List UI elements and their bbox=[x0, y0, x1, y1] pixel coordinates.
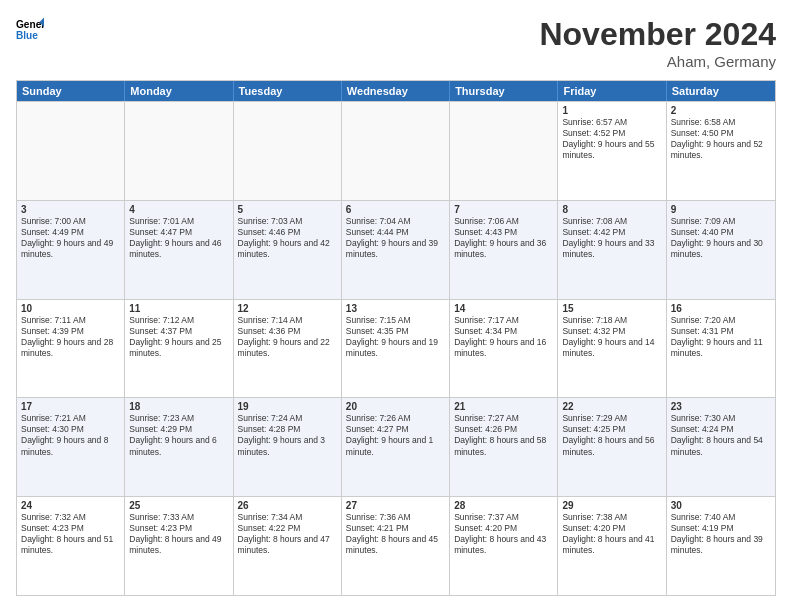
day-info: Sunrise: 7:09 AM Sunset: 4:40 PM Dayligh… bbox=[671, 216, 771, 260]
day-cell-12: 12Sunrise: 7:14 AM Sunset: 4:36 PM Dayli… bbox=[234, 300, 342, 398]
logo: General Blue bbox=[16, 16, 44, 44]
day-info: Sunrise: 7:12 AM Sunset: 4:37 PM Dayligh… bbox=[129, 315, 228, 359]
day-info: Sunrise: 7:18 AM Sunset: 4:32 PM Dayligh… bbox=[562, 315, 661, 359]
day-number: 11 bbox=[129, 303, 228, 314]
logo-icon: General Blue bbox=[16, 16, 44, 44]
calendar-header: SundayMondayTuesdayWednesdayThursdayFrid… bbox=[17, 81, 775, 101]
day-info: Sunrise: 6:57 AM Sunset: 4:52 PM Dayligh… bbox=[562, 117, 661, 161]
day-info: Sunrise: 7:03 AM Sunset: 4:46 PM Dayligh… bbox=[238, 216, 337, 260]
day-number: 24 bbox=[21, 500, 120, 511]
day-cell-20: 20Sunrise: 7:26 AM Sunset: 4:27 PM Dayli… bbox=[342, 398, 450, 496]
day-info: Sunrise: 7:29 AM Sunset: 4:25 PM Dayligh… bbox=[562, 413, 661, 457]
calendar-body: 1Sunrise: 6:57 AM Sunset: 4:52 PM Daylig… bbox=[17, 101, 775, 595]
day-info: Sunrise: 7:32 AM Sunset: 4:23 PM Dayligh… bbox=[21, 512, 120, 556]
day-info: Sunrise: 7:06 AM Sunset: 4:43 PM Dayligh… bbox=[454, 216, 553, 260]
day-cell-7: 7Sunrise: 7:06 AM Sunset: 4:43 PM Daylig… bbox=[450, 201, 558, 299]
day-cell-10: 10Sunrise: 7:11 AM Sunset: 4:39 PM Dayli… bbox=[17, 300, 125, 398]
day-cell-18: 18Sunrise: 7:23 AM Sunset: 4:29 PM Dayli… bbox=[125, 398, 233, 496]
day-cell-4: 4Sunrise: 7:01 AM Sunset: 4:47 PM Daylig… bbox=[125, 201, 233, 299]
day-number: 25 bbox=[129, 500, 228, 511]
day-number: 23 bbox=[671, 401, 771, 412]
day-cell-25: 25Sunrise: 7:33 AM Sunset: 4:23 PM Dayli… bbox=[125, 497, 233, 595]
day-cell-19: 19Sunrise: 7:24 AM Sunset: 4:28 PM Dayli… bbox=[234, 398, 342, 496]
calendar-row-1: 3Sunrise: 7:00 AM Sunset: 4:49 PM Daylig… bbox=[17, 200, 775, 299]
day-number: 21 bbox=[454, 401, 553, 412]
day-info: Sunrise: 7:11 AM Sunset: 4:39 PM Dayligh… bbox=[21, 315, 120, 359]
day-number: 14 bbox=[454, 303, 553, 314]
day-info: Sunrise: 7:27 AM Sunset: 4:26 PM Dayligh… bbox=[454, 413, 553, 457]
day-info: Sunrise: 7:01 AM Sunset: 4:47 PM Dayligh… bbox=[129, 216, 228, 260]
empty-cell-0-1 bbox=[125, 102, 233, 200]
day-info: Sunrise: 7:00 AM Sunset: 4:49 PM Dayligh… bbox=[21, 216, 120, 260]
day-number: 3 bbox=[21, 204, 120, 215]
day-number: 6 bbox=[346, 204, 445, 215]
day-info: Sunrise: 7:15 AM Sunset: 4:35 PM Dayligh… bbox=[346, 315, 445, 359]
calendar: SundayMondayTuesdayWednesdayThursdayFrid… bbox=[16, 80, 776, 596]
day-info: Sunrise: 7:23 AM Sunset: 4:29 PM Dayligh… bbox=[129, 413, 228, 457]
day-info: Sunrise: 7:21 AM Sunset: 4:30 PM Dayligh… bbox=[21, 413, 120, 457]
day-number: 15 bbox=[562, 303, 661, 314]
day-number: 2 bbox=[671, 105, 771, 116]
day-number: 7 bbox=[454, 204, 553, 215]
empty-cell-0-0 bbox=[17, 102, 125, 200]
day-cell-11: 11Sunrise: 7:12 AM Sunset: 4:37 PM Dayli… bbox=[125, 300, 233, 398]
day-cell-3: 3Sunrise: 7:00 AM Sunset: 4:49 PM Daylig… bbox=[17, 201, 125, 299]
day-number: 28 bbox=[454, 500, 553, 511]
day-cell-13: 13Sunrise: 7:15 AM Sunset: 4:35 PM Dayli… bbox=[342, 300, 450, 398]
day-cell-8: 8Sunrise: 7:08 AM Sunset: 4:42 PM Daylig… bbox=[558, 201, 666, 299]
day-info: Sunrise: 7:04 AM Sunset: 4:44 PM Dayligh… bbox=[346, 216, 445, 260]
header-day-saturday: Saturday bbox=[667, 81, 775, 101]
empty-cell-0-3 bbox=[342, 102, 450, 200]
day-number: 29 bbox=[562, 500, 661, 511]
day-cell-5: 5Sunrise: 7:03 AM Sunset: 4:46 PM Daylig… bbox=[234, 201, 342, 299]
header-day-friday: Friday bbox=[558, 81, 666, 101]
empty-cell-0-2 bbox=[234, 102, 342, 200]
day-number: 18 bbox=[129, 401, 228, 412]
day-info: Sunrise: 7:33 AM Sunset: 4:23 PM Dayligh… bbox=[129, 512, 228, 556]
day-cell-16: 16Sunrise: 7:20 AM Sunset: 4:31 PM Dayli… bbox=[667, 300, 775, 398]
day-number: 10 bbox=[21, 303, 120, 314]
day-info: Sunrise: 7:30 AM Sunset: 4:24 PM Dayligh… bbox=[671, 413, 771, 457]
day-cell-23: 23Sunrise: 7:30 AM Sunset: 4:24 PM Dayli… bbox=[667, 398, 775, 496]
header-day-thursday: Thursday bbox=[450, 81, 558, 101]
header-day-tuesday: Tuesday bbox=[234, 81, 342, 101]
day-info: Sunrise: 7:17 AM Sunset: 4:34 PM Dayligh… bbox=[454, 315, 553, 359]
day-cell-17: 17Sunrise: 7:21 AM Sunset: 4:30 PM Dayli… bbox=[17, 398, 125, 496]
calendar-row-2: 10Sunrise: 7:11 AM Sunset: 4:39 PM Dayli… bbox=[17, 299, 775, 398]
day-cell-15: 15Sunrise: 7:18 AM Sunset: 4:32 PM Dayli… bbox=[558, 300, 666, 398]
day-number: 4 bbox=[129, 204, 228, 215]
header-day-sunday: Sunday bbox=[17, 81, 125, 101]
svg-text:General: General bbox=[16, 19, 44, 30]
day-number: 27 bbox=[346, 500, 445, 511]
day-cell-28: 28Sunrise: 7:37 AM Sunset: 4:20 PM Dayli… bbox=[450, 497, 558, 595]
day-number: 12 bbox=[238, 303, 337, 314]
day-number: 17 bbox=[21, 401, 120, 412]
day-number: 1 bbox=[562, 105, 661, 116]
day-cell-2: 2Sunrise: 6:58 AM Sunset: 4:50 PM Daylig… bbox=[667, 102, 775, 200]
day-cell-26: 26Sunrise: 7:34 AM Sunset: 4:22 PM Dayli… bbox=[234, 497, 342, 595]
day-info: Sunrise: 7:38 AM Sunset: 4:20 PM Dayligh… bbox=[562, 512, 661, 556]
header-day-monday: Monday bbox=[125, 81, 233, 101]
day-number: 30 bbox=[671, 500, 771, 511]
day-info: Sunrise: 7:36 AM Sunset: 4:21 PM Dayligh… bbox=[346, 512, 445, 556]
day-cell-9: 9Sunrise: 7:09 AM Sunset: 4:40 PM Daylig… bbox=[667, 201, 775, 299]
day-number: 20 bbox=[346, 401, 445, 412]
day-number: 19 bbox=[238, 401, 337, 412]
day-info: Sunrise: 7:40 AM Sunset: 4:19 PM Dayligh… bbox=[671, 512, 771, 556]
day-number: 5 bbox=[238, 204, 337, 215]
day-info: Sunrise: 7:26 AM Sunset: 4:27 PM Dayligh… bbox=[346, 413, 445, 457]
location: Aham, Germany bbox=[539, 53, 776, 70]
day-info: Sunrise: 7:34 AM Sunset: 4:22 PM Dayligh… bbox=[238, 512, 337, 556]
day-number: 22 bbox=[562, 401, 661, 412]
day-cell-27: 27Sunrise: 7:36 AM Sunset: 4:21 PM Dayli… bbox=[342, 497, 450, 595]
day-cell-22: 22Sunrise: 7:29 AM Sunset: 4:25 PM Dayli… bbox=[558, 398, 666, 496]
day-number: 9 bbox=[671, 204, 771, 215]
day-info: Sunrise: 7:37 AM Sunset: 4:20 PM Dayligh… bbox=[454, 512, 553, 556]
day-info: Sunrise: 7:08 AM Sunset: 4:42 PM Dayligh… bbox=[562, 216, 661, 260]
day-number: 26 bbox=[238, 500, 337, 511]
day-info: Sunrise: 7:14 AM Sunset: 4:36 PM Dayligh… bbox=[238, 315, 337, 359]
day-cell-1: 1Sunrise: 6:57 AM Sunset: 4:52 PM Daylig… bbox=[558, 102, 666, 200]
day-cell-29: 29Sunrise: 7:38 AM Sunset: 4:20 PM Dayli… bbox=[558, 497, 666, 595]
empty-cell-0-4 bbox=[450, 102, 558, 200]
calendar-row-3: 17Sunrise: 7:21 AM Sunset: 4:30 PM Dayli… bbox=[17, 397, 775, 496]
